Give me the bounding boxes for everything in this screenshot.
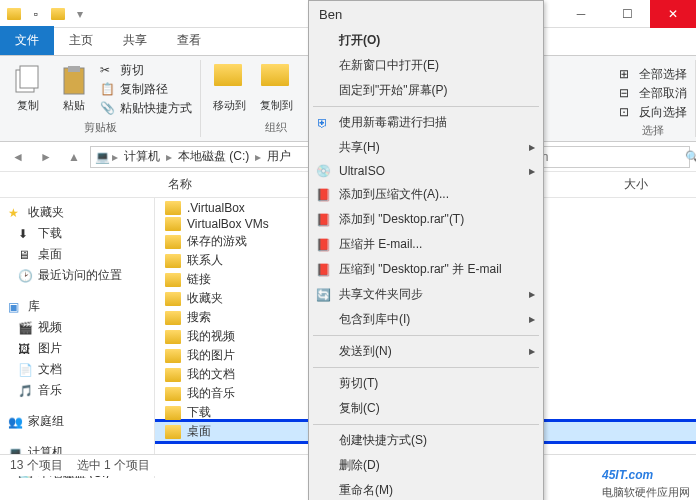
sidebar-favorites[interactable]: ★收藏夹 [0, 202, 154, 223]
cm-cut[interactable]: 剪切(T) [309, 371, 543, 396]
qat-expand-icon[interactable]: ▾ [70, 4, 90, 24]
sidebar-docs[interactable]: 📄文档 [0, 359, 154, 380]
copypath-button[interactable]: 📋复制路径 [100, 81, 192, 98]
cm-ultraiso[interactable]: 💿UltraISO [309, 160, 543, 182]
copy-button[interactable]: 复制 [8, 62, 48, 115]
star-icon: ★ [8, 206, 24, 220]
paste-button[interactable]: 粘贴 [54, 62, 94, 115]
cm-rename[interactable]: 重命名(M) [309, 478, 543, 500]
music-icon: 🎵 [18, 384, 34, 398]
tab-home[interactable]: 主页 [54, 26, 108, 55]
folder-icon [165, 368, 181, 382]
selectall-icon: ⊞ [619, 67, 635, 83]
sidebar-music[interactable]: 🎵音乐 [0, 380, 154, 401]
forward-button[interactable]: ► [34, 145, 58, 169]
tab-view[interactable]: 查看 [162, 26, 216, 55]
cm-share[interactable]: 共享(H) [309, 135, 543, 160]
sidebar: ★收藏夹 ⬇下载 🖥桌面 🕑最近访问的位置 ▣库 🎬视频 🖼图片 📄文档 🎵音乐… [0, 198, 155, 478]
folder-icon [165, 406, 181, 420]
tab-file[interactable]: 文件 [0, 26, 54, 55]
sync-icon: 🔄 [315, 287, 331, 303]
desktop-icon: 🖥 [18, 248, 34, 262]
context-menu-title: Ben [309, 1, 543, 28]
archive-icon: 📕 [315, 262, 331, 278]
cm-includelib[interactable]: 包含到库中(I) [309, 307, 543, 332]
library-icon: ▣ [8, 300, 24, 314]
cm-newwindow[interactable]: 在新窗口中打开(E) [309, 53, 543, 78]
cm-emailarchive[interactable]: 📕压缩并 E-mail... [309, 232, 543, 257]
qat-item[interactable]: ▫ [26, 4, 46, 24]
computer-icon: 💻 [95, 150, 110, 164]
folder-icon [165, 217, 181, 231]
picture-icon: 🖼 [18, 342, 34, 356]
search-input[interactable] [535, 150, 685, 164]
folder-icon [165, 349, 181, 363]
maximize-button[interactable]: ☐ [604, 0, 650, 28]
search-box[interactable]: 🔍 [530, 146, 690, 168]
sidebar-libraries[interactable]: ▣库 [0, 296, 154, 317]
folder-icon [165, 235, 181, 249]
back-button[interactable]: ◄ [6, 145, 30, 169]
invert-button[interactable]: ⊡反向选择 [619, 104, 687, 121]
folder-icon [165, 425, 181, 439]
close-button[interactable]: ✕ [650, 0, 696, 28]
download-icon: ⬇ [18, 227, 34, 241]
folder-icon [165, 254, 181, 268]
sidebar-recent[interactable]: 🕑最近访问的位置 [0, 265, 154, 286]
col-size[interactable]: 大小 [616, 176, 656, 193]
cm-open[interactable]: 打开(O) [309, 28, 543, 53]
search-icon[interactable]: 🔍 [685, 150, 696, 164]
folder-icon [165, 387, 181, 401]
folder-icon [165, 292, 181, 306]
status-selected: 选中 1 个项目 [77, 457, 150, 474]
shield-icon: ⛨ [315, 115, 331, 131]
homegroup-icon: 👥 [8, 415, 24, 429]
archive-icon: 📕 [315, 237, 331, 253]
cm-adddesktop[interactable]: 📕添加到 "Desktop.rar"(T) [309, 207, 543, 232]
sidebar-downloads[interactable]: ⬇下载 [0, 223, 154, 244]
selectall-button[interactable]: ⊞全部选择 [619, 66, 687, 83]
svg-rect-1 [20, 66, 38, 88]
cm-emaildesktop[interactable]: 📕压缩到 "Desktop.rar" 并 E-mail [309, 257, 543, 282]
copyto-button[interactable]: 复制到 [256, 62, 297, 115]
folder-icon [165, 201, 181, 215]
folder-icon [165, 311, 181, 325]
cm-delete[interactable]: 删除(D) [309, 453, 543, 478]
selectnone-button[interactable]: ⊟全部取消 [619, 85, 687, 102]
shortcut-icon: 📎 [100, 101, 116, 117]
selectnone-icon: ⊟ [619, 86, 635, 102]
cm-pinstart[interactable]: 固定到"开始"屏幕(P) [309, 78, 543, 103]
document-icon: 📄 [18, 363, 34, 377]
ribbon-group-select: ⊞全部选择 ⊟全部取消 ⊡反向选择 选择 [611, 60, 696, 137]
cut-button[interactable]: ✂剪切 [100, 62, 192, 79]
ribbon-group-clipboard: 复制 粘贴 ✂剪切 📋复制路径 📎粘贴快捷方式 剪贴板 [0, 60, 201, 137]
sidebar-video[interactable]: 🎬视频 [0, 317, 154, 338]
minimize-button[interactable]: ─ [558, 0, 604, 28]
sidebar-desktop[interactable]: 🖥桌面 [0, 244, 154, 265]
archive-icon: 📕 [315, 212, 331, 228]
video-icon: 🎬 [18, 321, 34, 335]
cm-shortcut[interactable]: 创建快捷方式(S) [309, 428, 543, 453]
invert-icon: ⊡ [619, 105, 635, 121]
cm-scan[interactable]: ⛨使用新毒霸进行扫描 [309, 110, 543, 135]
status-count: 13 个项目 [10, 457, 63, 474]
pasteshortcut-button[interactable]: 📎粘贴快捷方式 [100, 100, 192, 117]
folder-icon [48, 4, 68, 24]
context-menu: Ben 打开(O) 在新窗口中打开(E) 固定到"开始"屏幕(P) ⛨使用新毒霸… [308, 0, 544, 500]
up-button[interactable]: ▲ [62, 145, 86, 169]
moveto-button[interactable]: 移动到 [209, 62, 250, 115]
cm-copy[interactable]: 复制(C) [309, 396, 543, 421]
tab-share[interactable]: 共享 [108, 26, 162, 55]
cm-addarchive[interactable]: 📕添加到压缩文件(A)... [309, 182, 543, 207]
watermark: 45IT.com 电脑软硬件应用网 [602, 459, 690, 500]
folder-icon [165, 273, 181, 287]
cm-syncfolder[interactable]: 🔄共享文件夹同步 [309, 282, 543, 307]
cm-sendto[interactable]: 发送到(N) [309, 339, 543, 364]
recent-icon: 🕑 [18, 269, 34, 283]
scissors-icon: ✂ [100, 63, 116, 79]
svg-rect-3 [68, 66, 80, 72]
sidebar-homegroup[interactable]: 👥家庭组 [0, 411, 154, 432]
folder-icon [165, 330, 181, 344]
archive-icon: 📕 [315, 187, 331, 203]
sidebar-pictures[interactable]: 🖼图片 [0, 338, 154, 359]
